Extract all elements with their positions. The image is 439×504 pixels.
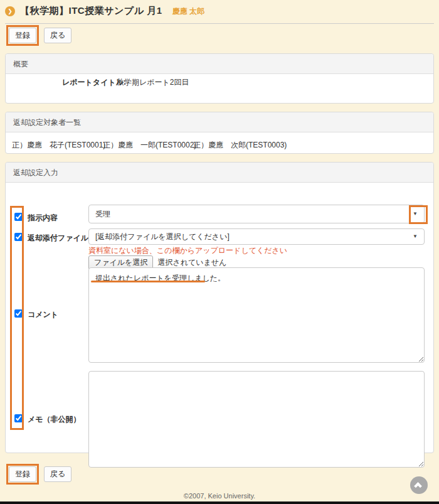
instruction-select-value: 受理 bbox=[95, 210, 110, 218]
attachment-select[interactable]: [返却添付ファイルを選択してください] ▼ bbox=[88, 228, 425, 245]
memo-label: メモ（非公開） bbox=[28, 414, 81, 425]
toolbar-bottom: 登録 戻る bbox=[6, 464, 71, 485]
back-button-top[interactable]: 戻る bbox=[44, 28, 71, 43]
user-name-link[interactable]: 慶應 太郎 bbox=[172, 6, 204, 17]
attachment-upload-note: 資料室にない場合、この欄からアップロードしてください bbox=[88, 245, 287, 256]
target-student: 正）慶應 一郎(TEST0002) bbox=[103, 140, 196, 151]
targets-panel-header: 返却設定対象者一覧 bbox=[6, 112, 433, 132]
header-divider bbox=[5, 23, 434, 24]
chevron-down-icon: ▼ bbox=[413, 229, 418, 244]
return-settings-panel: 返却設定入力 指示内容 受理 ▼ 返却添付ファイル [返却添付ファイルを選択して… bbox=[5, 162, 434, 453]
page-header: ❯ 【秋学期】ITC授業サンプル 月1 慶應 太郎 bbox=[5, 5, 204, 17]
bottom-edge-bar bbox=[0, 501, 439, 504]
chevron-right-circle-icon: ❯ bbox=[5, 6, 15, 16]
annotation-box-register-bottom: 登録 bbox=[6, 464, 39, 485]
overview-panel-header: 概要 bbox=[6, 54, 433, 74]
attachment-checkbox[interactable] bbox=[14, 233, 23, 241]
copyright-text: ©2007, Keio University. bbox=[0, 492, 439, 500]
attachment-select-value: [返却添付ファイルを選択してください] bbox=[95, 232, 230, 241]
chevron-up-icon bbox=[414, 482, 422, 490]
report-title-value: 秋学期レポート2回目 bbox=[117, 77, 189, 88]
comment-textarea[interactable]: 提出されたレポートを受理しました。 bbox=[88, 267, 425, 363]
instruction-label: 指示内容 bbox=[28, 213, 58, 223]
memo-textarea[interactable] bbox=[88, 371, 425, 468]
return-settings-panel-header: 返却設定入力 bbox=[6, 163, 433, 183]
page: ❯ 【秋学期】ITC授業サンプル 月1 慶應 太郎 登録 戻る 概要 レポートタ… bbox=[0, 0, 439, 504]
attachment-label: 返却添付ファイル bbox=[28, 233, 88, 244]
toolbar-top: 登録 戻る bbox=[6, 25, 71, 46]
chevron-down-icon: ▼ bbox=[413, 205, 418, 223]
annotation-box-register-top: 登録 bbox=[6, 25, 39, 46]
scroll-to-top-button[interactable] bbox=[410, 476, 428, 494]
back-button-bottom[interactable]: 戻る bbox=[44, 466, 71, 482]
register-button-bottom[interactable]: 登録 bbox=[9, 466, 36, 482]
comment-label: コメント bbox=[28, 309, 58, 320]
memo-checkbox[interactable] bbox=[14, 414, 23, 422]
target-student: 正）慶應 次郎(TEST0003) bbox=[193, 140, 287, 151]
target-student: 正）慶應 花子(TEST0001) bbox=[12, 140, 105, 151]
overview-panel: 概要 レポートタイトル: 秋学期レポート2回目 bbox=[5, 53, 434, 104]
file-status-text: 選択されていません bbox=[157, 257, 226, 268]
targets-panel: 返却設定対象者一覧 正）慶應 花子(TEST0001) 正）慶應 一郎(TEST… bbox=[5, 112, 434, 154]
comment-checkbox[interactable] bbox=[14, 309, 23, 318]
instruction-checkbox[interactable] bbox=[14, 213, 23, 221]
register-button-top[interactable]: 登録 bbox=[9, 28, 36, 43]
page-title: 【秋学期】ITC授業サンプル 月1 bbox=[20, 5, 162, 17]
instruction-select[interactable]: 受理 ▼ bbox=[88, 205, 425, 223]
